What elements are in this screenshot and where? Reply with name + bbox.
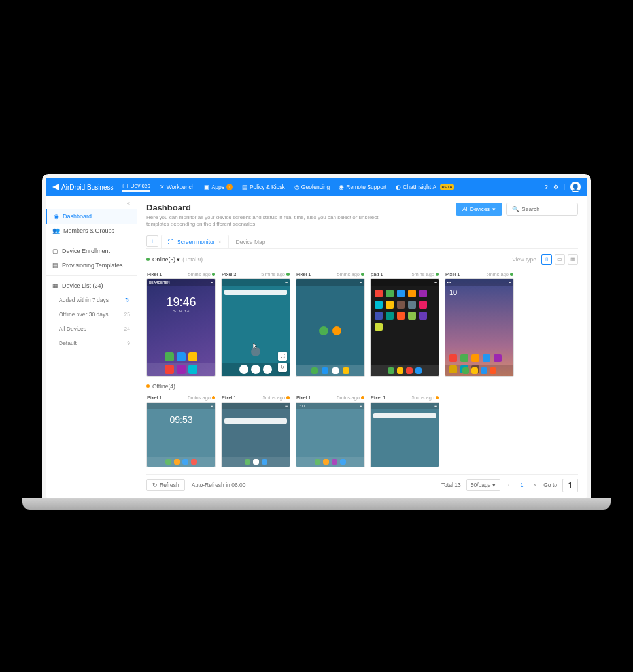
top-navbar: AirDroid Business ▢ Devices ✕ Workbench …: [46, 178, 587, 196]
next-page-button[interactable]: ›: [531, 482, 538, 488]
apps-badge: 1: [226, 184, 233, 190]
page-title: Dashboard: [146, 203, 382, 212]
online-device-grid: Pixel 15mins ago BEARBEITEN▪▪ 19:46 So. …: [146, 270, 578, 377]
brand-name: AirDroid Business: [61, 184, 113, 191]
per-page-select[interactable]: 50/page ▾: [466, 479, 500, 491]
online-count[interactable]: Online(5) ▾: [152, 256, 180, 263]
logo-icon: [52, 184, 59, 190]
dashboard-icon: ◉: [54, 213, 59, 220]
chevron-down-icon: ▾: [492, 206, 496, 212]
close-tab-icon[interactable]: ×: [218, 239, 222, 245]
enrollment-icon: ▢: [52, 248, 58, 254]
device-card[interactable]: Pixel 15mins ago 7:00▪▪: [296, 394, 365, 467]
devicelist-icon: ▦: [52, 282, 58, 289]
view-grid-button[interactable]: ▦: [568, 254, 578, 265]
device-card[interactable]: Pixel 15mins ago ▪▪: [370, 394, 439, 467]
sidebar-offline-30days[interactable]: Offline over 30 days25: [46, 307, 137, 322]
sidebar-collapse-icon[interactable]: «: [46, 200, 137, 209]
nav-devices[interactable]: ▢ Devices: [122, 182, 150, 192]
current-page[interactable]: 1: [518, 482, 526, 488]
sidebar-devicelist[interactable]: ▦Device List (24): [46, 278, 137, 293]
search-input[interactable]: [522, 206, 572, 212]
device-card[interactable]: Pixel 15mins ago ▪▪: [221, 394, 290, 467]
settings-icon[interactable]: ⚙: [553, 184, 558, 190]
user-avatar[interactable]: 👤: [570, 182, 581, 192]
fullscreen-icon[interactable]: ⛶: [278, 352, 287, 361]
brand-logo[interactable]: AirDroid Business: [52, 184, 113, 191]
device-card[interactable]: Pixel 15mins ago BEARBEITEN▪▪ 19:46 So. …: [146, 270, 216, 377]
sidebar: « ◉Dashboard 👥Members & Groups ▢Device E…: [46, 196, 137, 498]
all-devices-dropdown[interactable]: All Devices ▾: [456, 203, 502, 216]
device-card[interactable]: pad 15mins ago ▪▪: [370, 270, 439, 377]
nav-workbench[interactable]: ✕ Workbench: [160, 184, 195, 190]
sidebar-dashboard[interactable]: ◉Dashboard: [46, 209, 137, 224]
sidebar-enrollment[interactable]: ▢Device Enrollment: [46, 244, 137, 258]
view-phone-button[interactable]: ▯: [541, 254, 552, 265]
device-card[interactable]: Pixel 15mins ago ▪▪: [296, 270, 365, 377]
nav-geofencing[interactable]: ◎ Geofencing: [294, 184, 330, 190]
tab-device-map[interactable]: Device Map: [229, 235, 273, 248]
offline-status-icon: [146, 384, 150, 388]
tab-screen-monitor[interactable]: ⛶Screen monitor×: [161, 235, 229, 248]
expand-icon: ⛶: [168, 239, 174, 245]
beta-badge: BETA: [440, 184, 454, 190]
nav-remote-support[interactable]: ◉ Remote Support: [339, 184, 386, 190]
refresh-button[interactable]: ↻Refresh: [146, 479, 185, 491]
refresh-icon: ↻: [152, 482, 158, 488]
sidebar-provisioning[interactable]: ▤Provisioning Templates: [46, 258, 137, 273]
search-icon: 🔍: [512, 206, 519, 212]
goto-input[interactable]: [562, 479, 578, 492]
refresh-device-icon[interactable]: ↻: [278, 363, 287, 372]
view-tablet-button[interactable]: ▭: [555, 254, 565, 265]
sidebar-members[interactable]: 👥Members & Groups: [46, 224, 137, 238]
help-icon[interactable]: ?: [545, 184, 548, 190]
members-icon: 👥: [52, 227, 60, 234]
auto-refresh-label: Auto-Refresh in 06:00: [192, 482, 246, 488]
device-card[interactable]: Pixel 15mins ago ▪▪ 09:53: [146, 394, 216, 467]
view-type-label: View type: [512, 256, 536, 263]
sidebar-all-devices[interactable]: All Devices24: [46, 322, 137, 336]
main-content: Dashboard Here you can monitor all your …: [137, 196, 587, 498]
device-card[interactable]: Pixel 35 mins ago ▪▪ ⛶ ↻: [221, 270, 290, 377]
total-count-label: Total 13: [441, 482, 461, 488]
nav-chatinsight[interactable]: ◐ ChatInsight.AI BETA: [396, 184, 454, 190]
provisioning-icon: ▤: [52, 262, 58, 269]
page-subtitle: Here you can monitor all your device scr…: [146, 214, 382, 228]
prev-page-button[interactable]: ‹: [505, 482, 513, 488]
add-tab-button[interactable]: +: [146, 235, 158, 247]
sidebar-added-7days[interactable]: Added within 7 days↻: [46, 293, 137, 307]
nav-apps[interactable]: ▣ Apps 1: [204, 184, 233, 190]
offline-count: Offline(4): [152, 383, 175, 390]
total-count: (Total 9): [182, 256, 203, 263]
goto-label: Go to: [543, 482, 557, 488]
online-status-icon: [146, 258, 150, 261]
footer-pagination: ↻Refresh Auto-Refresh in 06:00 Total 13 …: [146, 474, 578, 496]
nav-policy[interactable]: ▤ Policy & Kiosk: [242, 184, 285, 190]
refresh-icon: ↻: [125, 297, 130, 303]
device-card[interactable]: Pixel 15mins ago ▪▪▪▪▪ 10: [445, 270, 514, 377]
search-box[interactable]: 🔍: [506, 203, 578, 216]
offline-device-grid: Pixel 15mins ago ▪▪ 09:53 Pixel 15mins a…: [146, 394, 578, 467]
sidebar-default[interactable]: Default9: [46, 336, 137, 350]
